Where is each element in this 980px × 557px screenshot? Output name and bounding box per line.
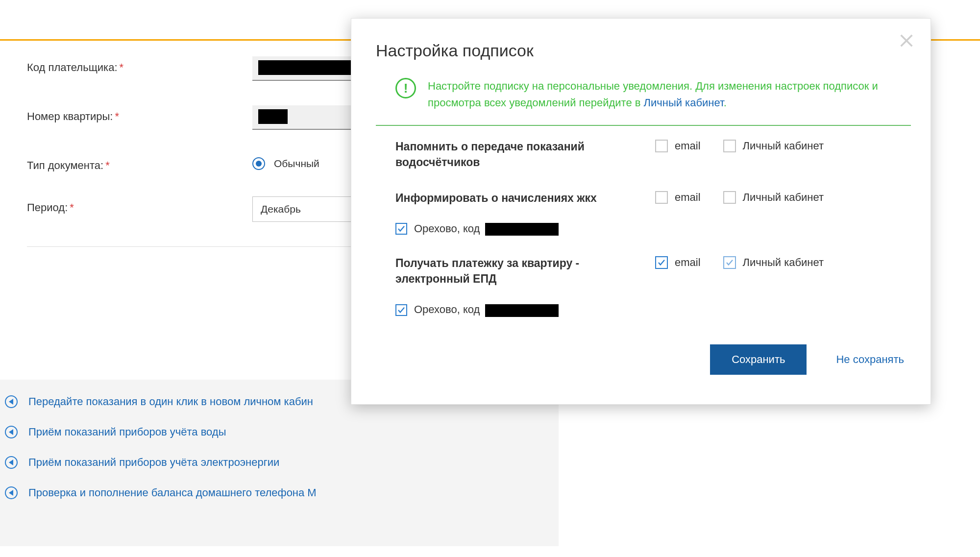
required-asterisk: * [70,201,74,214]
email-checkbox-label: email [675,191,701,204]
arrow-left-icon [5,456,18,469]
email-checkbox[interactable] [655,191,668,204]
arrow-left-icon [5,395,18,408]
alert-text: Настройте подписку на персональные уведо… [428,78,911,111]
subscription-row: Напомнить о передаче показаний водосчётч… [376,136,911,187]
subscription-title: Информировать о начислениях жкх [395,190,655,206]
required-asterisk: * [105,159,110,171]
subscription-row: Информировать о начислениях жкх email Ли… [376,187,911,252]
lk-checkbox-label: Личный кабинет [743,140,824,152]
related-link[interactable]: Проверка и пополнение баланса домашнего … [28,486,317,499]
subscription-settings-modal: Настройка подписок ! Настройте подписку … [351,18,931,405]
redacted-value [485,223,559,236]
address-checkbox[interactable] [395,223,407,235]
subscription-row: Получать платежку за квартиру - электрон… [376,252,911,334]
lk-checkbox-label: Личный кабинет [743,256,824,269]
lk-checkbox[interactable] [723,191,736,204]
address-item-label: Орехово, код [414,222,559,236]
address-item-label: Орехово, код [414,303,559,316]
personal-cabinet-link[interactable]: Личный кабинет [644,97,724,109]
related-links-band: Передайте показания в один клик в новом … [0,380,559,546]
doc-type-radio-label: Обычный [274,158,319,170]
redacted-value [485,304,559,317]
subscription-title: Напомнить о передаче показаний водосчётч… [395,139,655,170]
alert-divider [376,125,911,126]
related-link[interactable]: Приём показаний приборов учёта электроэн… [28,456,279,469]
info-icon: ! [395,78,416,98]
arrow-left-icon [5,426,18,438]
related-link[interactable]: Передайте показания в один клик в новом … [28,395,313,408]
modal-title: Настройка подписок [376,41,911,60]
save-button[interactable]: Сохранить [710,344,807,375]
form-divider [27,246,370,247]
subscription-title: Получать платежку за квартиру - электрон… [395,255,655,287]
redacted-value [258,60,361,75]
apartment-label: Номер квартиры:* [27,105,252,123]
doc-type-label: Тип документа:* [27,154,252,172]
period-select-value: Декабрь [261,203,301,215]
required-asterisk: * [115,110,119,122]
cancel-button[interactable]: Не сохранять [836,353,904,366]
doc-type-radio[interactable] [252,157,265,170]
email-checkbox-label: email [675,140,701,152]
info-alert: ! Настройте подписку на персональные уве… [376,78,911,125]
arrow-left-icon [5,486,18,499]
address-checkbox[interactable] [395,304,407,316]
period-label: Период:* [27,196,252,214]
lk-checkbox[interactable] [723,140,736,152]
related-link[interactable]: Приём показаний приборов учёта воды [28,426,226,438]
email-checkbox-label: email [675,256,701,269]
close-icon[interactable] [898,32,915,49]
redacted-value [258,109,288,124]
lk-checkbox [723,256,736,269]
payer-code-label: Код плательщика:* [27,56,252,74]
email-checkbox[interactable] [655,140,668,152]
email-checkbox[interactable] [655,256,668,269]
required-asterisk: * [120,61,124,73]
lk-checkbox-label: Личный кабинет [743,191,824,204]
